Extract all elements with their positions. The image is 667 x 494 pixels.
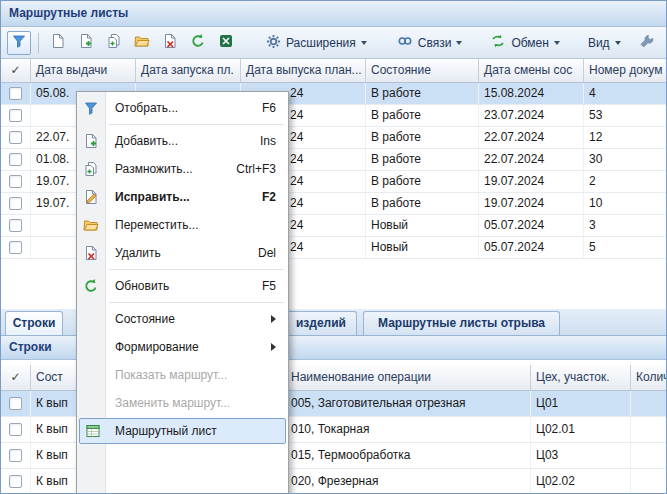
state-cell: Новый xyxy=(366,215,479,236)
toolbar: Расширения Связи Обмен Вид xyxy=(1,27,666,59)
lines-panel-title: Строки xyxy=(9,340,52,354)
exchange-menu-button[interactable]: Обмен xyxy=(480,31,570,55)
document-delete-icon xyxy=(77,245,105,261)
state-change-date-cell: 22.07.2024 xyxy=(479,127,584,148)
tab-stroki[interactable]: Строки xyxy=(5,311,63,335)
menu-separator xyxy=(109,124,284,125)
quantity-cell xyxy=(631,391,667,416)
row-checkbox[interactable] xyxy=(9,175,22,188)
row-checkbox[interactable] xyxy=(9,475,22,488)
doc-number-cell: 2 xyxy=(584,171,667,192)
documents-copy-icon xyxy=(106,33,122,52)
document-icon xyxy=(50,33,66,52)
chevron-down-icon xyxy=(615,41,621,45)
state-change-date-cell: 05.07.2024 xyxy=(479,215,584,236)
doc-number-cell: 4 xyxy=(584,83,667,104)
filter-button[interactable] xyxy=(7,31,31,55)
doc-number-cell: 5 xyxy=(584,237,667,258)
view-menu-button[interactable]: Вид xyxy=(578,31,631,55)
menu-item-filter[interactable]: Отобрать... F6 xyxy=(77,94,288,122)
row-checkbox[interactable] xyxy=(9,423,22,436)
delete-button[interactable] xyxy=(158,31,182,55)
row-checkbox[interactable] xyxy=(9,241,22,254)
menu-item-move[interactable]: Переместить... xyxy=(77,211,288,239)
doc-number-cell: 30 xyxy=(584,149,667,170)
doc-number-cell: 53 xyxy=(584,105,667,126)
row-checkbox[interactable] xyxy=(9,109,22,122)
folder-open-icon xyxy=(134,33,150,52)
column-header-check[interactable]: ✓ xyxy=(1,365,31,390)
folder-open-icon xyxy=(77,217,105,233)
row-checkbox[interactable] xyxy=(9,197,22,210)
extensions-menu-button[interactable]: Расширения xyxy=(256,31,377,55)
workshop-cell: Ц01 xyxy=(531,391,631,416)
row-checkbox[interactable] xyxy=(9,449,22,462)
app-window: Маршрутные листы Расширения xyxy=(0,0,667,494)
column-header-release-date[interactable]: Дата выпуска план... xyxy=(241,59,366,82)
row-checkbox[interactable] xyxy=(9,153,22,166)
quantity-cell xyxy=(631,417,667,442)
column-header-state-change-date[interactable]: Дата смены сос xyxy=(479,59,584,82)
menu-item-refresh[interactable]: Обновить F5 xyxy=(77,272,288,300)
refresh-button[interactable] xyxy=(186,31,210,55)
document-plus-icon xyxy=(77,133,105,149)
menu-item-duplicate[interactable]: Размножить... Ctrl+F3 xyxy=(77,155,288,183)
refresh-icon xyxy=(77,278,105,294)
state-cell: В работе xyxy=(366,83,479,104)
link-icon xyxy=(397,33,413,52)
excel-icon xyxy=(218,33,234,52)
menu-item-state[interactable]: Состояние xyxy=(77,305,288,333)
column-header-operation-name[interactable]: Наименование операции xyxy=(286,365,531,390)
row-checkbox[interactable] xyxy=(9,87,22,100)
column-header-check[interactable]: ✓ xyxy=(1,59,31,82)
workshop-cell: Ц02.01 xyxy=(531,417,631,442)
documents-copy-icon xyxy=(77,161,105,177)
state-cell: В работе xyxy=(366,149,479,170)
state-cell: В работе xyxy=(366,193,479,214)
state-change-date-cell: 22.07.2024 xyxy=(479,149,584,170)
column-header-doc-number[interactable]: Номер докум xyxy=(584,59,667,82)
export-excel-button[interactable] xyxy=(214,31,238,55)
state-change-date-cell: 05.07.2024 xyxy=(479,237,584,258)
doc-number-cell: 10 xyxy=(584,193,667,214)
menu-item-delete[interactable]: Удалить Del xyxy=(77,239,288,267)
funnel-icon xyxy=(11,33,27,52)
duplicate-button[interactable] xyxy=(102,31,126,55)
menu-item-add[interactable]: Добавить... Ins xyxy=(77,127,288,155)
state-change-date-cell: 19.07.2024 xyxy=(479,193,584,214)
settings-button[interactable] xyxy=(635,31,659,55)
doc-number-cell: 3 xyxy=(584,215,667,236)
column-header-quantity[interactable]: Колич xyxy=(631,365,667,390)
wrench-icon xyxy=(639,33,655,52)
operation-name-cell: 020, Фрезерная xyxy=(286,469,531,494)
links-menu-label: Связи xyxy=(418,36,452,50)
column-header-workshop[interactable]: Цех, участок. xyxy=(531,365,631,390)
row-checkbox[interactable] xyxy=(9,131,22,144)
row-checkbox[interactable] xyxy=(9,397,22,410)
menu-item-edit[interactable]: Исправить... F2 xyxy=(77,183,288,211)
state-cell: В работе xyxy=(366,127,479,148)
links-menu-button[interactable]: Связи xyxy=(387,31,473,55)
window-titlebar: Маршрутные листы xyxy=(1,1,666,27)
menu-item-formation[interactable]: Формирование xyxy=(77,333,288,361)
state-cell: В работе xyxy=(366,171,479,192)
document-edit-icon xyxy=(77,189,105,205)
tab-marshrutnye-listy-otryva[interactable]: Маршрутные листы отрыва xyxy=(363,311,560,335)
workshop-cell: Ц02.02 xyxy=(531,469,631,494)
new-document-button[interactable] xyxy=(46,31,70,55)
funnel-icon xyxy=(77,100,105,116)
chevron-down-icon xyxy=(554,41,560,45)
toolbar-separator xyxy=(38,33,39,53)
view-menu-label: Вид xyxy=(588,36,610,50)
column-header-state[interactable]: Состояние xyxy=(366,59,479,82)
column-header-launch-date[interactable]: Дата запуска пл. xyxy=(136,59,241,82)
column-header-issue-date[interactable]: Дата выдачи xyxy=(31,59,136,82)
workshop-cell: Ц03 xyxy=(531,443,631,468)
state-change-date-cell: 23.07.2024 xyxy=(479,105,584,126)
document-delete-icon xyxy=(162,33,178,52)
extensions-menu-label: Расширения xyxy=(286,36,356,50)
move-button[interactable] xyxy=(130,31,154,55)
add-button[interactable] xyxy=(74,31,98,55)
menu-item-route-sheet[interactable]: Маршрутный лист xyxy=(79,418,286,444)
row-checkbox[interactable] xyxy=(9,219,22,232)
